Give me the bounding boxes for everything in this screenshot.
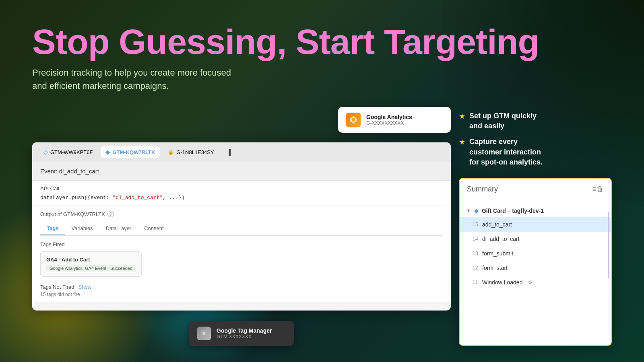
sub-tab-consent[interactable]: Consent xyxy=(138,222,170,235)
tag-card[interactable]: GA4 - Add to Cart Google Analytics: GA4 … xyxy=(40,251,142,277)
output-title: Output of GTM-KQW7RLTK ? xyxy=(40,211,443,217)
lock-icon: 🔒 xyxy=(168,149,174,155)
summary-header: Summary ≡🗑 xyxy=(460,179,611,200)
summary-item-form-start[interactable]: 12 form_start xyxy=(460,261,611,275)
summary-group: ▼ ◆ Gift Card – tagfly-dev-1 15 add_to_c… xyxy=(460,200,611,294)
event-label: Event: dl_add_to_cart xyxy=(32,162,451,181)
tab-gtm-ww9kpt6f[interactable]: ◇ GTM-WW9KPT6F xyxy=(39,146,97,158)
group-diamond-icon: ◆ xyxy=(474,208,479,214)
tags-count: 15 tags did not fire xyxy=(40,292,443,297)
summary-panel: Summary ≡🗑 ▼ ◆ Gift Card – tagfly-dev-1 … xyxy=(459,178,612,346)
tags-not-fired-row: Tags Not Fired Show xyxy=(40,284,443,290)
features-list: ★ Set up GTM quicklyand easily ★ Capture… xyxy=(459,107,612,171)
summary-item-window-loaded[interactable]: 11 Window Loaded ⚙ xyxy=(460,275,611,290)
summary-item-dl-add-to-cart[interactable]: 14 dl_add_to_cart xyxy=(460,232,611,246)
gtm-badge-text: Google Tag Manager GTM-XXXXXXX xyxy=(217,327,272,339)
summary-item-add-to-cart[interactable]: 15 add_to_cart xyxy=(460,217,611,232)
star-icon-2: ★ xyxy=(459,138,465,146)
show-tags-link[interactable]: Show xyxy=(78,284,92,290)
output-section: Output of GTM-KQW7RLTK ? Tags Variables … xyxy=(32,206,451,302)
gtm-badge[interactable]: Google Tag Manager GTM-XXXXXXX xyxy=(189,321,294,346)
star-icon-1: ★ xyxy=(459,112,465,121)
gtm-badge-icon xyxy=(197,327,211,340)
sub-tabs: Tags Variables Data Layer Consent xyxy=(40,222,443,236)
bar-chart-icon: ▐ xyxy=(227,149,231,155)
tab-diamond-icon-2: ◆ xyxy=(105,149,110,155)
subtitle: Precision tracking to help you create mo… xyxy=(32,66,290,93)
api-code: dataLayer.push({event: "dl_add_to_cart",… xyxy=(40,195,443,201)
gtm-panel: ◇ GTM-WW9KPT6F ◆ GTM-KQW7RLTK 🔒 G-1N8L1E… xyxy=(32,142,451,311)
info-icon[interactable]: ? xyxy=(107,211,114,217)
api-call-section: API Call dataLayer.push({event: "dl_add_… xyxy=(32,181,451,206)
tags-not-fired-label: Tags Not Fired xyxy=(40,284,74,290)
ga-badge-text: Google Analytics G-XXXXXXXXXX xyxy=(366,114,412,126)
tags-fired-label: Tags Fired xyxy=(40,241,443,247)
ga-badge-icon xyxy=(346,113,361,127)
sub-tab-variables[interactable]: Variables xyxy=(65,222,99,235)
sub-tab-datalayer[interactable]: Data Layer xyxy=(99,222,138,235)
summary-scrollbar[interactable] xyxy=(608,212,609,279)
summary-icon: ≡🗑 xyxy=(592,185,604,193)
feature-1: ★ Set up GTM quicklyand easily xyxy=(459,111,612,131)
ga-badge[interactable]: Google Analytics G-XXXXXXXXXX xyxy=(338,107,451,133)
main-headline: Stop Guessing, Start Targeting xyxy=(32,24,612,60)
summary-title: Summary xyxy=(467,185,498,193)
gtm-tabs-bar: ◇ GTM-WW9KPT6F ◆ GTM-KQW7RLTK 🔒 G-1N8L1E… xyxy=(32,142,451,162)
tab-bar-chart[interactable]: ▐ xyxy=(222,146,236,158)
settings-icon[interactable]: ⚙ xyxy=(528,280,533,285)
tab-diamond-icon-1: ◇ xyxy=(43,149,48,155)
summary-item-form-submit[interactable]: 13 form_submit xyxy=(460,246,611,261)
feature-2: ★ Capture everycustomer interactionfor s… xyxy=(459,137,612,167)
chevron-down-icon: ▼ xyxy=(466,208,471,214)
summary-group-header[interactable]: ▼ ◆ Gift Card – tagfly-dev-1 xyxy=(460,204,611,217)
sub-tab-tags[interactable]: Tags xyxy=(40,222,65,235)
tab-gtm-kqw7rltk[interactable]: ◆ GTM-KQW7RLTK xyxy=(101,146,160,158)
tab-g-1n8l1e34sy[interactable]: 🔒 G-1N8L1E34SY xyxy=(163,147,219,158)
